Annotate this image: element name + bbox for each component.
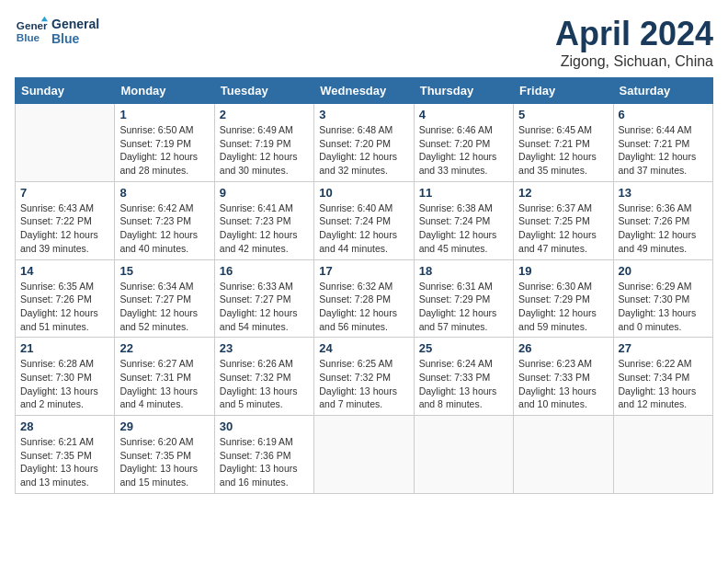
day-info: Sunrise: 6:29 AMSunset: 7:30 PMDaylight:… <box>619 280 708 334</box>
day-cell: 20Sunrise: 6:29 AMSunset: 7:30 PMDayligh… <box>613 259 712 338</box>
day-info: Sunrise: 6:33 AMSunset: 7:27 PMDaylight:… <box>220 280 309 334</box>
day-info: Sunrise: 6:23 AMSunset: 7:33 PMDaylight:… <box>518 357 608 411</box>
day-number: 21 <box>20 341 109 355</box>
location-subtitle: Zigong, Sichuan, China <box>555 53 713 70</box>
logo: General Blue General Blue <box>15 15 99 48</box>
month-title: April 2024 <box>555 15 713 53</box>
day-cell: 18Sunrise: 6:31 AMSunset: 7:29 PMDayligh… <box>414 259 513 338</box>
day-info: Sunrise: 6:38 AMSunset: 7:24 PMDaylight:… <box>419 201 508 256</box>
day-info: Sunrise: 6:30 AMSunset: 7:29 PMDaylight:… <box>518 280 608 334</box>
day-cell <box>16 104 115 182</box>
day-cell <box>613 416 712 494</box>
day-cell: 15Sunrise: 6:34 AMSunset: 7:27 PMDayligh… <box>115 259 214 338</box>
day-cell: 6Sunrise: 6:44 AMSunset: 7:21 PMDaylight… <box>613 104 712 182</box>
day-number: 10 <box>319 186 408 200</box>
day-number: 30 <box>220 419 309 433</box>
day-number: 2 <box>220 108 309 121</box>
day-number: 12 <box>518 186 608 200</box>
day-cell: 10Sunrise: 6:40 AMSunset: 7:24 PMDayligh… <box>314 181 414 259</box>
day-number: 19 <box>518 264 608 278</box>
svg-text:Blue: Blue <box>17 31 40 43</box>
day-cell: 12Sunrise: 6:37 AMSunset: 7:25 PMDayligh… <box>514 181 613 259</box>
col-header-monday: Monday <box>115 78 214 104</box>
day-number: 3 <box>319 108 408 121</box>
day-info: Sunrise: 6:21 AMSunset: 7:35 PMDaylight:… <box>20 435 109 489</box>
day-number: 29 <box>119 419 209 433</box>
day-info: Sunrise: 6:45 AMSunset: 7:21 PMDaylight:… <box>518 123 608 178</box>
day-cell: 26Sunrise: 6:23 AMSunset: 7:33 PMDayligh… <box>514 338 613 416</box>
day-info: Sunrise: 6:42 AMSunset: 7:23 PMDaylight:… <box>119 201 209 256</box>
day-number: 23 <box>220 341 309 355</box>
day-cell <box>514 416 613 494</box>
day-info: Sunrise: 6:22 AMSunset: 7:34 PMDaylight:… <box>619 357 708 411</box>
day-cell: 17Sunrise: 6:32 AMSunset: 7:28 PMDayligh… <box>314 259 414 338</box>
calendar-table: SundayMondayTuesdayWednesdayThursdayFrid… <box>15 77 713 494</box>
day-info: Sunrise: 6:26 AMSunset: 7:32 PMDaylight:… <box>220 357 309 411</box>
day-cell: 9Sunrise: 6:41 AMSunset: 7:23 PMDaylight… <box>214 181 313 259</box>
day-info: Sunrise: 6:35 AMSunset: 7:26 PMDaylight:… <box>20 280 109 334</box>
day-cell: 7Sunrise: 6:43 AMSunset: 7:22 PMDaylight… <box>16 181 115 259</box>
day-number: 14 <box>20 264 109 278</box>
day-info: Sunrise: 6:20 AMSunset: 7:35 PMDaylight:… <box>119 435 209 489</box>
day-info: Sunrise: 6:50 AMSunset: 7:19 PMDaylight:… <box>119 123 209 178</box>
day-info: Sunrise: 6:49 AMSunset: 7:19 PMDaylight:… <box>220 123 309 178</box>
col-header-wednesday: Wednesday <box>314 78 414 104</box>
day-cell: 21Sunrise: 6:28 AMSunset: 7:30 PMDayligh… <box>16 338 115 416</box>
day-cell: 24Sunrise: 6:25 AMSunset: 7:32 PMDayligh… <box>314 338 414 416</box>
day-cell: 4Sunrise: 6:46 AMSunset: 7:20 PMDaylight… <box>414 104 513 182</box>
day-cell: 22Sunrise: 6:27 AMSunset: 7:31 PMDayligh… <box>115 338 214 416</box>
day-info: Sunrise: 6:34 AMSunset: 7:27 PMDaylight:… <box>119 280 209 334</box>
day-info: Sunrise: 6:36 AMSunset: 7:26 PMDaylight:… <box>619 201 708 256</box>
day-cell <box>314 416 414 494</box>
day-number: 18 <box>419 264 508 278</box>
day-info: Sunrise: 6:44 AMSunset: 7:21 PMDaylight:… <box>619 123 708 178</box>
col-header-tuesday: Tuesday <box>214 78 313 104</box>
day-number: 20 <box>619 264 708 278</box>
col-header-friday: Friday <box>514 78 613 104</box>
day-info: Sunrise: 6:27 AMSunset: 7:31 PMDaylight:… <box>119 357 209 411</box>
logo-general: General <box>51 17 99 31</box>
day-number: 4 <box>419 108 508 121</box>
day-info: Sunrise: 6:48 AMSunset: 7:20 PMDaylight:… <box>319 123 408 178</box>
day-cell: 1Sunrise: 6:50 AMSunset: 7:19 PMDaylight… <box>115 104 214 182</box>
day-number: 13 <box>619 186 708 200</box>
day-cell: 16Sunrise: 6:33 AMSunset: 7:27 PMDayligh… <box>214 259 313 338</box>
day-number: 17 <box>319 264 408 278</box>
day-cell: 19Sunrise: 6:30 AMSunset: 7:29 PMDayligh… <box>514 259 613 338</box>
day-number: 15 <box>119 264 209 278</box>
day-cell: 2Sunrise: 6:49 AMSunset: 7:19 PMDaylight… <box>214 104 313 182</box>
title-block: April 2024 Zigong, Sichuan, China <box>555 15 713 70</box>
day-cell: 25Sunrise: 6:24 AMSunset: 7:33 PMDayligh… <box>414 338 513 416</box>
col-header-thursday: Thursday <box>414 78 513 104</box>
day-info: Sunrise: 6:41 AMSunset: 7:23 PMDaylight:… <box>220 201 309 256</box>
day-number: 16 <box>220 264 309 278</box>
week-row-1: 1Sunrise: 6:50 AMSunset: 7:19 PMDaylight… <box>16 104 713 182</box>
day-cell <box>414 416 513 494</box>
day-info: Sunrise: 6:24 AMSunset: 7:33 PMDaylight:… <box>419 357 508 411</box>
day-number: 27 <box>619 341 708 355</box>
day-cell: 30Sunrise: 6:19 AMSunset: 7:36 PMDayligh… <box>214 416 313 494</box>
week-row-3: 14Sunrise: 6:35 AMSunset: 7:26 PMDayligh… <box>16 259 713 338</box>
col-header-saturday: Saturday <box>613 78 712 104</box>
day-cell: 8Sunrise: 6:42 AMSunset: 7:23 PMDaylight… <box>115 181 214 259</box>
logo-icon: General Blue <box>15 15 48 48</box>
day-cell: 27Sunrise: 6:22 AMSunset: 7:34 PMDayligh… <box>613 338 712 416</box>
day-number: 7 <box>20 186 109 200</box>
day-number: 1 <box>119 108 209 121</box>
day-info: Sunrise: 6:40 AMSunset: 7:24 PMDaylight:… <box>319 201 408 256</box>
day-number: 11 <box>419 186 508 200</box>
day-cell: 23Sunrise: 6:26 AMSunset: 7:32 PMDayligh… <box>214 338 313 416</box>
day-info: Sunrise: 6:32 AMSunset: 7:28 PMDaylight:… <box>319 280 408 334</box>
day-info: Sunrise: 6:43 AMSunset: 7:22 PMDaylight:… <box>20 201 109 256</box>
day-info: Sunrise: 6:46 AMSunset: 7:20 PMDaylight:… <box>419 123 508 178</box>
day-info: Sunrise: 6:19 AMSunset: 7:36 PMDaylight:… <box>220 435 309 489</box>
week-row-5: 28Sunrise: 6:21 AMSunset: 7:35 PMDayligh… <box>16 416 713 494</box>
col-header-sunday: Sunday <box>16 78 115 104</box>
day-number: 6 <box>619 108 708 121</box>
week-row-4: 21Sunrise: 6:28 AMSunset: 7:30 PMDayligh… <box>16 338 713 416</box>
day-cell: 14Sunrise: 6:35 AMSunset: 7:26 PMDayligh… <box>16 259 115 338</box>
day-number: 22 <box>119 341 209 355</box>
header-row: SundayMondayTuesdayWednesdayThursdayFrid… <box>16 78 713 104</box>
day-info: Sunrise: 6:25 AMSunset: 7:32 PMDaylight:… <box>319 357 408 411</box>
day-cell: 3Sunrise: 6:48 AMSunset: 7:20 PMDaylight… <box>314 104 414 182</box>
